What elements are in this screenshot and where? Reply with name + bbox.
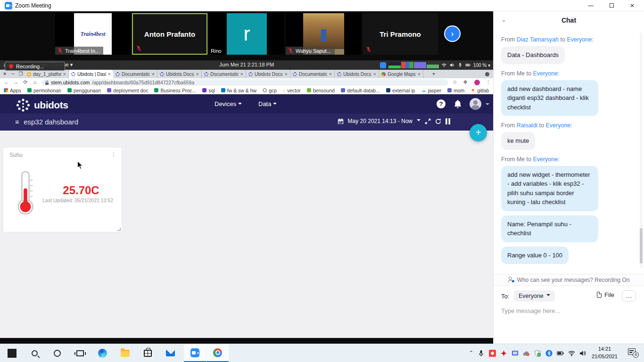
lock-icon[interactable] xyxy=(45,81,49,85)
battery-percent[interactable]: 100 % ▾ xyxy=(473,63,490,68)
bookmark-item[interactable]: ▼gitlab xyxy=(471,88,489,93)
file-button[interactable]: File xyxy=(597,291,614,298)
resize-handle[interactable] xyxy=(117,228,121,231)
next-participants-button[interactable]: › xyxy=(445,26,460,41)
chat-more-button[interactable]: ... xyxy=(622,290,636,302)
chat-privacy-notice[interactable]: Who can see your messages? Recording On xyxy=(494,274,644,286)
battery-icon[interactable] xyxy=(557,350,564,357)
maximize-icon[interactable]: ❐ xyxy=(18,71,23,77)
browser-tab[interactable]: Documentation× xyxy=(290,70,335,78)
tab-close-icon[interactable]: × xyxy=(418,71,421,77)
participant-tile-tri[interactable]: Tri Pramono xyxy=(363,13,438,55)
participant-tile-anton[interactable]: Anton Prafanto xyxy=(132,13,207,55)
zoom-taskbar-button[interactable] xyxy=(184,344,206,362)
bookmark-item[interactable]: fw & sw & hw xyxy=(221,88,256,93)
thermometer-widget-card[interactable]: Suhu ⋮ 25.70C Last Updated: 05/21/2021 1… xyxy=(3,147,122,232)
tab-close-icon[interactable]: × xyxy=(240,71,243,77)
fullscreen-icon[interactable] xyxy=(425,118,431,124)
bookmark-item[interactable]: ☁jasper xyxy=(421,88,441,93)
address-bar[interactable]: stem.ubidots.com/app/dashboards/60a75d91… xyxy=(41,79,448,86)
tray-chevron-up-icon[interactable]: ⌃ xyxy=(469,350,473,357)
close-icon[interactable]: ✕ xyxy=(3,71,7,77)
extensions-icon[interactable]: ❖ xyxy=(463,79,468,85)
bookmark-item[interactable]: gcp xyxy=(263,88,277,93)
minimize-icon[interactable]: ─ xyxy=(11,71,14,77)
recording-indicator[interactable]: Recording... xyxy=(5,62,65,71)
edge-button[interactable] xyxy=(91,344,114,362)
browser-tab[interactable]: Ubidots Docs× xyxy=(335,70,379,78)
recipient-selector[interactable]: Everyone xyxy=(514,290,555,302)
pause-icon[interactable] xyxy=(446,118,451,124)
date-caret-icon[interactable] xyxy=(417,119,421,123)
tab-close-icon[interactable]: × xyxy=(196,71,199,77)
maximize-button[interactable] xyxy=(603,0,619,11)
gnome-clock[interactable]: Jum Mei 21 2:21:18 PM xyxy=(204,62,289,67)
tray-red-app-icon[interactable] xyxy=(500,350,507,357)
tab-close-icon[interactable]: × xyxy=(108,71,111,77)
tab-close-icon[interactable]: × xyxy=(152,71,155,77)
bookmark-item[interactable]: Apps xyxy=(4,88,21,93)
browser-tab[interactable]: Documentation× xyxy=(202,70,246,78)
file-explorer-button[interactable] xyxy=(114,344,136,362)
bookmark-item[interactable]: sql xyxy=(202,88,215,93)
minimize-button[interactable]: — xyxy=(583,0,599,11)
tab-strip-control-icon[interactable] xyxy=(485,72,489,76)
mail-button[interactable] xyxy=(159,344,182,362)
cortana-button[interactable] xyxy=(46,344,68,362)
bookmark-item[interactable]: deployment doc xyxy=(107,88,148,93)
dashboard-menu-icon[interactable]: ≡ xyxy=(15,118,19,126)
defender-shield-icon[interactable] xyxy=(534,350,541,357)
browser-tab[interactable]: Ubidots Docs× xyxy=(246,70,290,78)
add-widget-fab[interactable]: + xyxy=(470,124,487,141)
action-center-button[interactable]: 4 xyxy=(628,348,637,356)
zoom-tray-icon[interactable] xyxy=(380,62,386,68)
nav-data[interactable]: Data xyxy=(258,100,277,107)
bookmark-item[interactable]: mom xyxy=(447,88,464,93)
tab-close-icon[interactable]: × xyxy=(329,71,332,77)
bookmark-item[interactable]: bensound xyxy=(307,88,335,93)
date-range[interactable]: May 20 2021 14:13 - Now xyxy=(348,118,413,124)
task-view-button[interactable] xyxy=(69,344,91,362)
notifications-bell-icon[interactable] xyxy=(454,99,462,109)
participant-tile-wahyu[interactable]: Wahyu Saput... xyxy=(286,13,361,55)
widget-menu-icon[interactable]: ⋮ xyxy=(111,151,117,157)
search-button[interactable] xyxy=(24,344,46,362)
chat-scrollbar[interactable] xyxy=(640,33,643,268)
bookmark-star-icon[interactable]: ☆ xyxy=(453,79,457,85)
tray-recorder-icon[interactable] xyxy=(489,350,496,357)
avatar-caret-icon[interactable] xyxy=(486,103,489,107)
browser-tab[interactable]: day_1_platform_c× xyxy=(25,70,69,78)
tray-mic-icon[interactable] xyxy=(478,350,485,357)
chat-scrollbar-thumb[interactable] xyxy=(640,228,643,263)
bluetooth-icon[interactable] xyxy=(545,350,553,357)
reload-button[interactable]: ⟳ xyxy=(22,79,29,85)
user-avatar[interactable] xyxy=(470,98,481,110)
profile-avatar[interactable] xyxy=(474,80,480,85)
taskbar-clock[interactable]: 14:21 21/05/2021 xyxy=(592,346,618,361)
microsoft-store-button[interactable] xyxy=(137,344,159,362)
volume-icon[interactable] xyxy=(579,350,586,357)
onedrive-offline-icon[interactable] xyxy=(523,350,530,357)
browser-tab[interactable]: Documentation× xyxy=(113,70,157,78)
bookmark-item[interactable]: ↓vector xyxy=(283,88,301,93)
participant-tile-rino[interactable]: r Rino xyxy=(209,13,284,55)
browser-menu-icon[interactable]: ⋮ xyxy=(486,79,491,85)
bookmark-item[interactable]: default-datab... xyxy=(341,88,380,93)
new-tab-button[interactable]: + xyxy=(430,71,438,77)
help-button[interactable]: ? xyxy=(437,99,446,108)
browser-window-controls[interactable]: ✕─❐ xyxy=(3,71,23,77)
refresh-icon[interactable] xyxy=(435,118,441,124)
home-button[interactable]: ⌂ xyxy=(31,79,39,85)
close-button[interactable]: ✕ xyxy=(624,0,640,11)
browser-tab[interactable]: Ubidots | Dashboa× xyxy=(69,70,113,78)
browser-tab[interactable]: Google Maps× xyxy=(379,70,423,78)
back-button[interactable]: ← xyxy=(3,79,10,85)
bookmark-item[interactable]: permohonan xyxy=(27,88,61,93)
browser-tab[interactable]: Ubidots Docs× xyxy=(157,70,202,78)
forward-button[interactable]: → xyxy=(12,79,20,85)
bookmark-item[interactable]: external ip xyxy=(386,88,415,93)
tab-close-icon[interactable]: × xyxy=(373,71,376,77)
ubidots-logo[interactable]: ubidots xyxy=(16,98,68,112)
tab-close-icon[interactable]: × xyxy=(285,71,288,77)
wifi-icon[interactable] xyxy=(568,350,575,357)
